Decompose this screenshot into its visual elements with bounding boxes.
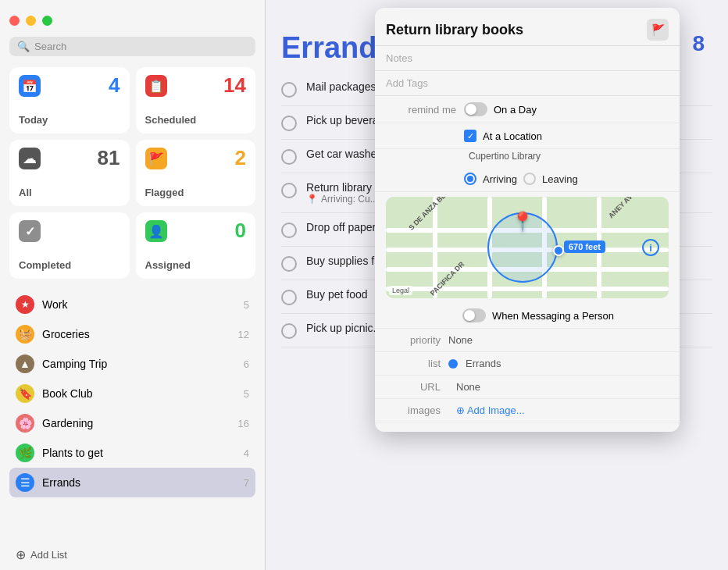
task-checkbox-library[interactable] — [281, 183, 297, 198]
remind-me-row: remind me On a Day — [375, 96, 680, 123]
camping-icon: ▲ — [16, 354, 34, 373]
gardening-label: Gardening — [42, 417, 230, 429]
images-row: images ⊕ Add Image... — [375, 399, 680, 422]
list-label: list — [386, 358, 441, 369]
remind-me-label: remind me — [386, 104, 456, 116]
at-location-row: ✓ At a Location — [375, 123, 680, 149]
scheduled-count: 14 — [223, 73, 246, 98]
gardening-count: 16 — [238, 418, 249, 429]
task-checkbox-beverages[interactable] — [281, 116, 297, 131]
task-checkbox-picnic[interactable] — [281, 323, 297, 339]
add-list-label: Add List — [30, 549, 67, 561]
detail-title-bar: Return library books 🚩 — [375, 8, 680, 46]
scheduled-icon: 📋 — [145, 75, 167, 97]
flag-button[interactable]: 🚩 — [647, 19, 669, 41]
plants-count: 4 — [244, 447, 249, 459]
road-h4 — [386, 287, 669, 291]
add-list-button[interactable]: ⊕ Add List — [9, 540, 255, 570]
task-checkbox-dropoff[interactable] — [281, 223, 297, 238]
at-location-checkbox[interactable]: ✓ — [464, 130, 476, 142]
maximize-button[interactable] — [42, 16, 52, 26]
sidebar: 🔍 Search 📅 4 Today 📋 14 Scheduled ☁ 81 A… — [0, 0, 266, 570]
errands-label: Errands — [42, 476, 236, 489]
assigned-count: 0 — [235, 219, 246, 243]
list-dot-icon — [448, 359, 458, 369]
sidebar-item-camping[interactable]: ▲ Camping Trip 6 — [9, 349, 255, 379]
search-bar[interactable]: 🔍 Search — [9, 37, 255, 56]
sidebar-item-gardening[interactable]: 🌸 Gardening 16 — [9, 408, 255, 438]
sidebar-item-bookclub[interactable]: 🔖 Book Club 5 — [9, 379, 255, 408]
work-count: 5 — [244, 299, 249, 311]
today-count: 4 — [109, 73, 120, 98]
add-list-icon: ⊕ — [16, 547, 26, 562]
sidebar-item-groceries[interactable]: 🧺 Groceries 12 — [9, 319, 255, 349]
gardening-icon: 🌸 — [16, 414, 34, 433]
url-row: URL None — [375, 376, 680, 399]
notes-placeholder: Notes — [386, 52, 412, 64]
smart-lists-grid: 📅 4 Today 📋 14 Scheduled ☁ 81 All 🚩 2 Fl… — [9, 67, 255, 279]
minimize-button[interactable] — [26, 16, 36, 26]
location-name: Cupertino Library — [469, 151, 541, 162]
smart-tile-assigned[interactable]: 👤 0 Assigned — [136, 212, 256, 279]
smart-tile-completed[interactable]: ✓ Completed — [9, 212, 130, 279]
tags-field[interactable]: Add Tags — [375, 71, 680, 96]
road-label-1: S DE ANZA BLVD — [407, 197, 454, 232]
task-checkbox-supplies[interactable] — [281, 256, 297, 272]
task-checkbox-petfood[interactable] — [281, 290, 297, 305]
add-image-button[interactable]: ⊕ Add Image... — [456, 404, 525, 416]
scheduled-label: Scheduled — [145, 114, 197, 126]
detail-title: Return library books — [386, 22, 523, 38]
today-label: Today — [19, 114, 48, 126]
task-checkbox-carwash[interactable] — [281, 149, 297, 165]
notes-field[interactable]: Notes — [375, 46, 680, 71]
smart-tile-all[interactable]: ☁ 81 All — [9, 140, 130, 206]
sidebar-item-work[interactable]: ★ Work 5 — [9, 290, 255, 319]
url-label: URL — [386, 381, 441, 393]
when-messaging-label: When Messaging a Person — [492, 310, 614, 322]
on-a-day-toggle[interactable] — [464, 102, 487, 116]
today-icon: 📅 — [19, 75, 41, 97]
leaving-radio[interactable] — [523, 173, 536, 185]
arriving-radio[interactable] — [464, 173, 476, 185]
search-input-label: Search — [34, 41, 66, 52]
sidebar-item-plants[interactable]: 🌿 Plants to get 4 — [9, 438, 255, 468]
sidebar-item-errands[interactable]: ☰ Errands 7 — [9, 468, 255, 497]
url-value: None — [456, 381, 480, 393]
images-label: images — [386, 404, 441, 416]
task-count-badge: 8 — [692, 31, 712, 56]
main-content: Errands 8 Mail packages Pick up beverage… — [266, 0, 728, 570]
bookclub-icon: 🔖 — [16, 384, 34, 403]
completed-label: Completed — [19, 259, 71, 271]
smart-tile-today[interactable]: 📅 4 Today — [9, 67, 130, 134]
work-label: Work — [42, 298, 236, 311]
groceries-label: Groceries — [42, 328, 230, 340]
map-legal-text: Legal — [389, 286, 412, 295]
when-messaging-toggle[interactable] — [462, 308, 486, 322]
location-name-row: Cupertino Library — [375, 149, 680, 166]
assigned-icon: 👤 — [145, 220, 167, 242]
arriving-leaving-content: Arriving Leaving — [464, 173, 669, 185]
location-icon: 📍 — [306, 194, 318, 205]
bookclub-label: Book Club — [42, 387, 236, 400]
camping-label: Camping Trip — [42, 358, 236, 370]
on-a-day-label: On a Day — [494, 104, 537, 116]
leaving-label: Leaving — [542, 173, 578, 185]
at-location-content: ✓ At a Location — [464, 130, 669, 142]
all-count: 81 — [98, 146, 120, 170]
tags-placeholder: Add Tags — [386, 77, 428, 89]
camping-count: 6 — [244, 358, 249, 370]
errands-icon: ☰ — [16, 473, 34, 492]
flagged-icon: 🚩 — [145, 148, 167, 169]
smart-tile-scheduled[interactable]: 📋 14 Scheduled — [136, 67, 256, 134]
task-checkbox-mail[interactable] — [281, 82, 297, 98]
all-label: All — [19, 187, 32, 198]
map-container: 📍 670 feet S DE ANZA BLVD ANEY AVE PACIF… — [386, 197, 669, 298]
close-button[interactable] — [9, 16, 20, 26]
smart-tile-flagged[interactable]: 🚩 2 Flagged — [136, 140, 256, 206]
flagged-count: 2 — [235, 146, 246, 170]
work-icon: ★ — [16, 295, 34, 314]
map-pin: 📍 — [511, 211, 534, 233]
map-info-button[interactable]: i — [642, 239, 659, 256]
plants-icon: 🌿 — [16, 444, 34, 462]
assigned-label: Assigned — [145, 259, 191, 271]
